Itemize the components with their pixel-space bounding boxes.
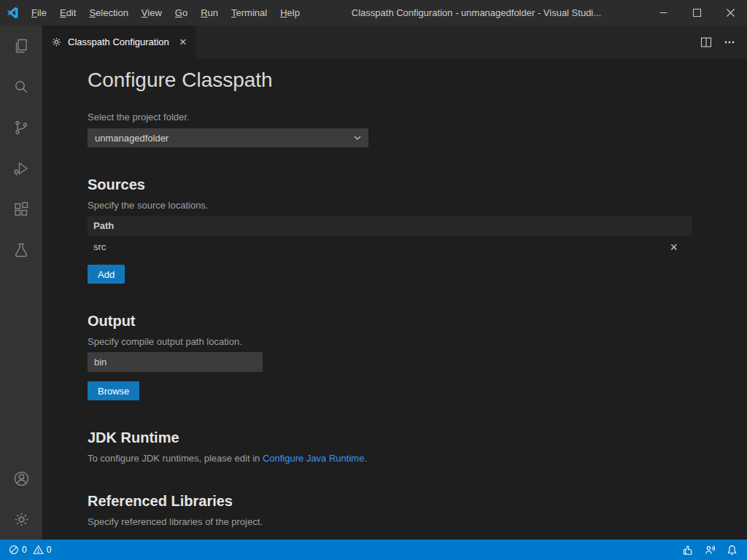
output-heading: Output — [88, 313, 692, 330]
sources-table-header: Path — [88, 216, 692, 236]
account-icon[interactable] — [0, 458, 42, 499]
sources-section: Sources Specify the source locations. Pa… — [88, 176, 692, 284]
referenced-libraries-section: Referenced Libraries Specify referenced … — [88, 493, 692, 527]
editor-actions — [700, 26, 747, 58]
status-bar-left: 0 0 — [6, 545, 57, 555]
warnings-icon — [33, 545, 44, 555]
vscode-logo-icon — [0, 7, 25, 19]
project-folder-dropdown[interactable]: unmanagedfolder — [88, 128, 368, 147]
classpath-configuration-page: Configure Classpath Select the project f… — [42, 58, 747, 540]
path-column-header: Path — [93, 220, 114, 231]
java-status-thumbsup-icon[interactable] — [678, 540, 697, 560]
settings-gear-icon[interactable] — [0, 499, 42, 540]
status-bar: 0 0 — [0, 540, 747, 560]
menu-item-help[interactable]: Help — [274, 0, 306, 26]
errors-count: 0 — [22, 545, 30, 555]
explorer-icon[interactable] — [0, 26, 42, 66]
search-icon[interactable] — [0, 66, 42, 107]
maximize-button[interactable] — [680, 0, 713, 26]
source-path-value: src — [93, 241, 106, 252]
feedback-icon[interactable] — [700, 540, 719, 560]
add-source-button[interactable]: Add — [88, 265, 125, 284]
close-window-button[interactable] — [713, 0, 747, 26]
menu-item-view[interactable]: View — [135, 0, 169, 26]
project-folder-label: Select the project folder. — [88, 112, 692, 122]
menu-item-terminal[interactable]: Terminal — [225, 0, 274, 26]
jdk-text-suffix: . — [364, 453, 367, 464]
classpath-config-tab-icon — [51, 36, 62, 47]
project-folder-selected-value: unmanagedfolder — [95, 133, 169, 144]
extensions-icon[interactable] — [0, 189, 42, 230]
referenced-libraries-heading: Referenced Libraries — [88, 493, 692, 510]
menu-item-run[interactable]: Run — [194, 0, 225, 26]
sources-table: Path src × — [88, 216, 692, 258]
tab-classpath-configuration[interactable]: Classpath Configuration × — [42, 26, 196, 58]
split-editor-icon[interactable] — [700, 36, 712, 48]
window-controls — [646, 0, 747, 26]
activity-bar — [0, 26, 42, 540]
output-path-input[interactable] — [88, 352, 263, 372]
testing-icon[interactable] — [0, 230, 42, 271]
menu-item-file[interactable]: File — [25, 0, 53, 26]
referenced-libraries-description: Specify referenced libraries of the proj… — [88, 516, 692, 527]
more-actions-icon[interactable] — [724, 36, 735, 48]
remove-source-icon[interactable]: × — [670, 241, 678, 254]
source-control-icon[interactable] — [0, 107, 42, 148]
source-path-row[interactable]: src × — [88, 236, 692, 258]
tab-bar: Classpath Configuration × — [42, 26, 747, 58]
output-description: Specify compile output path location. — [88, 336, 692, 347]
jdk-text-prefix: To configure JDK runtimes, please edit i… — [88, 453, 263, 464]
status-bar-right — [678, 540, 741, 560]
page-title: Configure Classpath — [88, 69, 692, 92]
warnings-count: 0 — [47, 545, 55, 555]
minimize-button[interactable] — [646, 0, 680, 26]
sources-description: Specify the source locations. — [88, 200, 692, 211]
notifications-bell-icon[interactable] — [722, 540, 741, 560]
output-section: Output Specify compile output path locat… — [88, 313, 692, 400]
vscode-window: File Edit Selection View Go Run Terminal… — [0, 0, 747, 560]
configure-java-runtime-link[interactable]: Configure Java Runtime — [263, 453, 364, 464]
main-area: Classpath Configuration × — [0, 26, 747, 540]
run-debug-icon[interactable] — [0, 148, 42, 189]
problems-indicator[interactable]: 0 0 — [6, 545, 57, 555]
chevron-down-icon — [354, 136, 361, 140]
browse-output-button[interactable]: Browse — [88, 381, 139, 400]
tab-label: Classpath Configuration — [68, 36, 169, 47]
window-title: Classpath Configuration - unmanagedfolde… — [306, 7, 646, 18]
jdk-runtime-section: JDK Runtime To configure JDK runtimes, p… — [88, 429, 692, 464]
errors-icon — [9, 545, 19, 555]
menu-item-selection[interactable]: Selection — [82, 0, 134, 26]
menu-bar: File Edit Selection View Go Run Terminal… — [25, 0, 306, 26]
jdk-runtime-text: To configure JDK runtimes, please edit i… — [88, 453, 692, 464]
tab-close-icon[interactable]: × — [179, 36, 187, 48]
menu-item-go[interactable]: Go — [169, 0, 194, 26]
title-bar: File Edit Selection View Go Run Terminal… — [0, 0, 747, 26]
sources-heading: Sources — [88, 176, 692, 193]
jdk-runtime-heading: JDK Runtime — [88, 429, 692, 446]
editor-column: Classpath Configuration × — [42, 26, 747, 540]
menu-item-edit[interactable]: Edit — [53, 0, 82, 26]
